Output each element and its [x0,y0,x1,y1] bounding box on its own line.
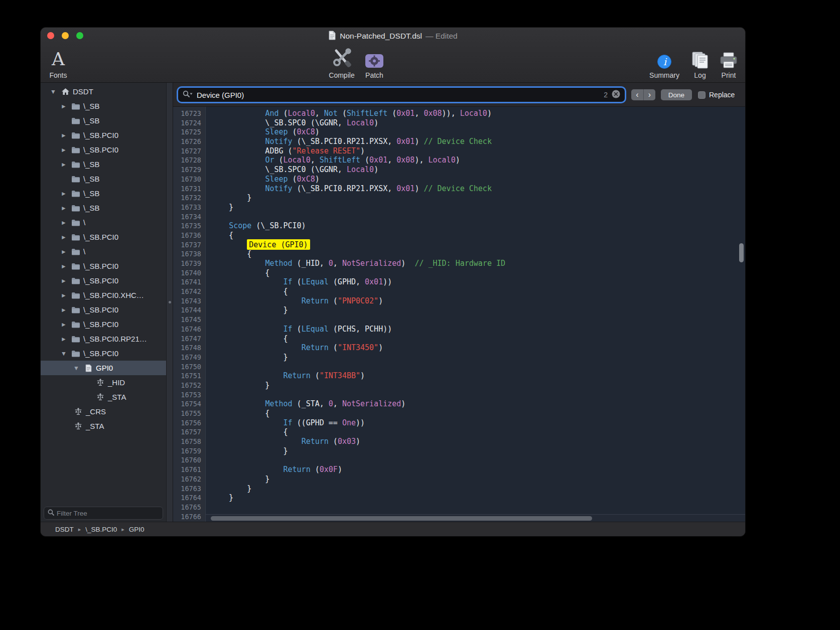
tree-item-sb[interactable]: ▶\_SB [41,186,166,201]
replace-checkbox[interactable] [698,91,706,99]
print-label: Print [722,71,736,79]
code-line: { [211,409,745,418]
fonts-button[interactable]: A Fonts [43,47,73,79]
disclosure-right-icon[interactable]: ▶ [58,336,69,342]
disclosure-right-icon[interactable]: ▶ [58,263,69,269]
find-next-button[interactable]: › [643,89,655,100]
search-match-highlight: Device (GPI0) [247,239,310,250]
code-area[interactable]: And (Local0, Not (ShiftLeft (0x01, 0x08)… [206,107,745,522]
tree-item-sta[interactable]: _STA [41,419,166,433]
horizontal-scrollbar-track[interactable] [206,514,745,522]
line-number: 16760 [173,455,201,465]
tree-item-sbpci0[interactable]: ▶\_SB.PCI0 [41,317,166,332]
summary-button[interactable]: i Summary [644,47,684,79]
search-field[interactable]: 2 [178,88,625,102]
clear-search-icon[interactable] [612,90,620,100]
tree-item-sbpci0xhc[interactable]: ▶\_SB.PCI0.XHC… [41,288,166,302]
disclosure-down-icon[interactable]: ▼ [48,89,59,94]
log-button[interactable]: Log [686,47,714,79]
disclosure-right-icon[interactable]: ▶ [58,307,69,312]
disclosure-right-icon[interactable]: ▶ [58,191,69,196]
code-line: { [211,427,745,437]
search-scope-icon[interactable] [183,90,193,100]
disclosure-right-icon[interactable]: ▶ [58,103,69,109]
tree-item-label: _STA [86,422,104,430]
code-editor[interactable]: 1672316724167251672616727167281672916730… [173,107,745,522]
titlebar: Non-Patched_DSDT.dsl — Edited [41,28,745,44]
tree-item-sb[interactable]: \_SB [41,172,166,186]
pane-splitter[interactable] [166,83,173,522]
breadcrumb-item[interactable]: GPI0 [129,526,145,533]
tree-item-sbpci0rp21[interactable]: ▶\_SB.PCI0.RP21… [41,332,166,346]
disclosure-right-icon[interactable]: ▶ [58,147,69,152]
disclosure-right-icon[interactable]: ▶ [58,132,69,138]
code-line [211,362,745,372]
filter-tree-field[interactable] [44,507,163,520]
disclosure-right-icon[interactable]: ▶ [58,249,69,254]
search-input[interactable] [197,91,604,99]
code-line: } [211,381,745,390]
line-number: 16751 [173,371,201,381]
code-line: \_SB.SPC0 (\GGNR, Local0) [211,118,745,128]
breadcrumb-item[interactable]: \_SB.PCI0 [85,526,117,533]
disclosure-down-icon[interactable]: ▼ [71,365,82,371]
code-line: Method (_HID, 0, NotSerialized) // _HID:… [211,259,745,268]
tree-item-root[interactable]: ▶\ [41,215,166,230]
tree-item-sbpci0[interactable]: ▶\_SB.PCI0 [41,142,166,157]
filter-tree-input[interactable] [57,510,159,517]
tree-item-dsdt[interactable]: ▼DSDT [41,84,166,99]
tree-item-sb[interactable]: \_SB [41,113,166,128]
disclosure-right-icon[interactable]: ▶ [58,292,69,298]
tree-item-sta[interactable]: _STA [41,390,166,404]
disclosure-right-icon[interactable]: ▶ [58,220,69,225]
tree-item-sbpci0[interactable]: ▶\_SB.PCI0 [41,230,166,244]
tree-item-gpi0[interactable]: ▼GPI0 [41,361,166,375]
line-number: 16759 [173,446,201,456]
tree-item-sbpci0[interactable]: ▶\_SB.PCI0 [41,259,166,273]
disclosure-right-icon[interactable]: ▶ [58,205,69,211]
find-previous-button[interactable]: ‹ [631,89,643,100]
disclosure-down-icon[interactable]: ▼ [58,351,69,356]
code-line: Sleep (0xC8) [211,175,745,184]
code-line: } [211,193,745,203]
tree-item-sb[interactable]: ▶\_SB [41,157,166,172]
disclosure-right-icon[interactable]: ▶ [58,278,69,283]
tree-item-sbpci0[interactable]: ▶\_SB.PCI0 [41,128,166,142]
tree-item-root[interactable]: ▶\ [41,244,166,259]
disclosure-right-icon[interactable]: ▶ [58,322,69,327]
folder-icon [69,205,82,212]
code-line [211,212,745,222]
disclosure-right-icon[interactable]: ▶ [58,234,69,240]
done-button[interactable]: Done [661,89,692,100]
tree-item-sb[interactable]: ▶\_SB [41,99,166,113]
print-button[interactable]: Print [715,47,743,79]
info-icon: i [657,47,672,70]
tree-item-sbpci0[interactable]: ▶\_SB.PCI0 [41,302,166,317]
folder-icon [69,132,82,139]
breadcrumb-item[interactable]: DSDT [55,526,74,533]
code-line: Return ("PNP0C02") [211,296,745,306]
tree-item-sb[interactable]: ▶\_SB [41,201,166,215]
disclosure-right-icon[interactable]: ▶ [58,162,69,167]
tree-item-sbpci0[interactable]: ▶\_SB.PCI0 [41,273,166,288]
line-number: 16727 [173,146,201,156]
line-number: 16756 [173,418,201,428]
log-label: Log [694,71,706,79]
code-line: { [211,268,745,278]
tree-item-label: \_SB.PCI0 [83,276,118,285]
house-icon [59,88,72,95]
horizontal-scrollbar-thumb[interactable] [211,516,592,521]
folder-icon [69,190,82,197]
line-number: 16741 [173,277,201,287]
method-icon [72,422,85,430]
tree-item-hid[interactable]: _HID [41,375,166,390]
vertical-scrollbar-thumb[interactable] [739,243,744,262]
code-line: } [211,493,745,503]
tree-item-sbpci0[interactable]: ▼\_SB.PCI0 [41,346,166,361]
line-number: 16766 [173,512,201,522]
sidebar: ▼DSDT▶\_SB\_SB▶\_SB.PCI0▶\_SB.PCI0▶\_SB\… [41,83,166,522]
find-bar: 2 ‹ › Done Replace [173,83,745,107]
patch-button[interactable]: Patch [355,47,393,79]
tree-item-crs[interactable]: _CRS [41,404,166,419]
tree-item-label: \_SB.PCI0 [83,305,118,314]
